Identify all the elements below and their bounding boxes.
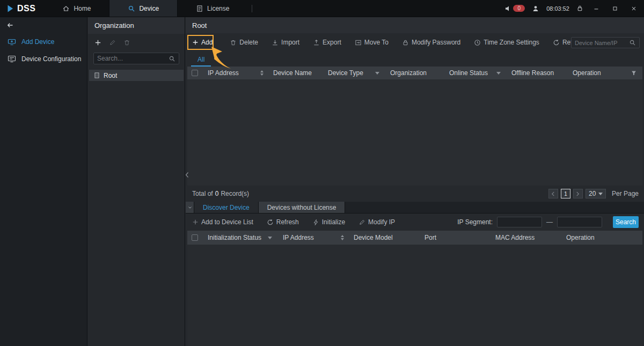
add-organization-icon[interactable] (94, 39, 101, 46)
speaker-icon (504, 5, 512, 12)
chevron-left-icon (551, 192, 555, 196)
organization-search-input[interactable] (97, 55, 169, 62)
ip-segment-search-button[interactable]: Search (613, 216, 639, 228)
column-ip-address: IP Address (203, 67, 269, 79)
ip-segment-label: IP Segment: (457, 218, 493, 226)
tab-devices-without-license[interactable]: Devices without License (259, 202, 346, 213)
discover-table-header: Initialization Status IP Address Device … (187, 231, 642, 245)
modify-ip-label: Modify IP (368, 218, 395, 226)
lock-icon[interactable] (576, 5, 583, 12)
move-to-button[interactable]: Move To (355, 39, 389, 46)
sort-discover-ip-address[interactable] (341, 235, 344, 240)
pencil-icon (358, 219, 365, 226)
minimize-icon (593, 5, 599, 12)
header-checkbox-cell (187, 67, 203, 79)
tab-home[interactable]: Home (44, 0, 109, 17)
delete-organization-icon[interactable] (123, 39, 130, 46)
modify-ip-button[interactable]: Modify IP (358, 218, 395, 226)
sidebar: Add Device Device Configuration (0, 17, 87, 346)
ip-segment-end-input[interactable] (557, 217, 602, 227)
time-zone-settings-button[interactable]: Time Zone Settings (474, 39, 539, 46)
ip-segment-start-input[interactable] (497, 217, 542, 227)
prev-page-button[interactable] (548, 189, 558, 198)
plus-icon (192, 39, 199, 46)
next-page-button[interactable] (573, 189, 583, 198)
tab-device[interactable]: Device (109, 0, 178, 17)
filter-icon[interactable] (631, 70, 637, 76)
column-device-type: Device Type (324, 67, 386, 79)
select-all-checkbox[interactable] (192, 70, 198, 76)
trash-icon (230, 39, 237, 46)
pagination: 1 20 Per Page (548, 189, 639, 198)
column-label: Offline Reason (511, 69, 554, 77)
modify-password-button[interactable]: Modify Password (402, 39, 460, 46)
column-initialization-status: Initialization Status (203, 231, 279, 245)
import-button-label: Import (281, 39, 299, 46)
sidebar-item-add-device[interactable]: Add Device (0, 33, 87, 50)
initialize-button[interactable]: Initialize (312, 218, 345, 226)
main-panel-title: Root (186, 17, 644, 33)
device-type-filter-caret[interactable] (375, 72, 379, 75)
close-button[interactable] (628, 0, 640, 17)
add-button[interactable]: Add (192, 39, 213, 46)
tab-license[interactable]: License (178, 0, 247, 17)
edit-organization-icon[interactable] (109, 39, 116, 46)
sidebar-item-device-configuration[interactable]: Device Configuration (0, 50, 87, 68)
minimize-button[interactable] (590, 0, 602, 17)
search-icon[interactable] (629, 39, 636, 46)
column-label: Device Model (354, 234, 393, 241)
main-panel: Root Add Delete Import Export Move To (186, 17, 644, 346)
page-number-button[interactable]: 1 (561, 189, 570, 198)
license-icon (196, 5, 203, 12)
clock-time: 08:03:52 (546, 5, 569, 12)
column-operation: Operation (568, 67, 642, 79)
search-icon[interactable] (169, 55, 175, 62)
add-button-label: Add (201, 39, 213, 46)
tree-node-root[interactable]: Root (89, 70, 184, 81)
export-icon (313, 39, 320, 46)
total-prefix: Total of (192, 190, 213, 197)
ip-segment-separator: — (546, 218, 553, 226)
online-status-filter-caret[interactable] (496, 72, 501, 75)
topbar: DSS Home Device License 0 08:03:52 (0, 0, 644, 17)
maximize-icon (612, 5, 618, 12)
device-table-body (187, 79, 642, 186)
app-logo-text: DSS (17, 4, 35, 13)
record-total: Total of 0 Record(s) (192, 190, 249, 197)
column-device-model: Device Model (349, 231, 420, 245)
tab-all[interactable]: All (191, 53, 211, 67)
tab-home-label: Home (74, 5, 91, 12)
discover-refresh-button[interactable]: Refresh (267, 218, 299, 226)
tab-license-label: License (207, 5, 229, 12)
per-page-select[interactable]: 20 (586, 189, 606, 198)
sort-ip-address[interactable] (260, 70, 264, 76)
maximize-button[interactable] (609, 0, 621, 17)
tab-discover-device[interactable]: Discover Device (194, 202, 259, 213)
user-icon[interactable] (532, 5, 539, 12)
discover-collapse-button[interactable] (186, 202, 194, 213)
per-page-label: Per Page (612, 190, 639, 197)
modify-password-button-label: Modify Password (412, 39, 460, 46)
organization-building-icon (93, 72, 100, 79)
device-toolbar: Add Delete Import Export Move To Modify … (186, 33, 644, 51)
column-label: IP Address (208, 69, 239, 77)
panel-collapse-handle[interactable] (185, 171, 189, 179)
column-label: Operation (566, 234, 595, 241)
home-icon (62, 5, 70, 12)
column-operation: Operation (562, 231, 642, 245)
column-label: Port (425, 234, 436, 241)
export-button[interactable]: Export (313, 39, 341, 46)
add-to-device-list-button[interactable]: Add to Device List (192, 218, 253, 226)
device-icon (128, 5, 135, 12)
discover-select-all-checkbox[interactable] (192, 234, 198, 241)
import-button[interactable]: Import (272, 39, 299, 46)
total-count: 0 (215, 190, 219, 197)
device-search-input[interactable] (575, 40, 629, 46)
chevron-left-icon (185, 172, 189, 178)
back-button[interactable] (0, 17, 87, 33)
delete-button[interactable]: Delete (230, 39, 258, 46)
dss-logo-icon (6, 4, 15, 13)
alarm-volume-control[interactable]: 0 (504, 5, 525, 12)
initialization-status-filter-caret[interactable] (268, 237, 272, 239)
chevron-right-icon (576, 192, 580, 196)
